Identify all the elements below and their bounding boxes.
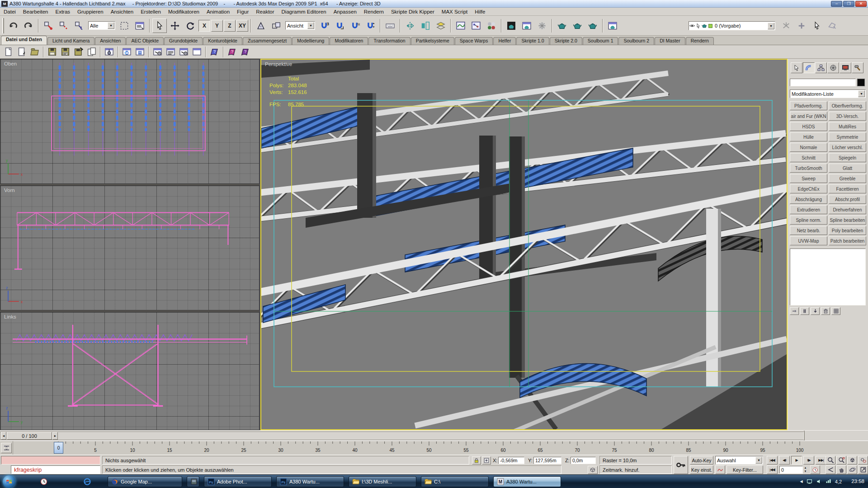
- material-editor-icon[interactable]: [484, 19, 499, 33]
- minimize-button[interactable]: –: [831, 1, 842, 7]
- menu-hilfe[interactable]: Hilfe: [471, 9, 489, 15]
- shelf-tab-di-master[interactable]: DI Master: [655, 37, 685, 45]
- prev-key-button[interactable]: ◀‖: [779, 456, 790, 465]
- tray-network-icon[interactable]: [826, 479, 831, 484]
- menu-skripte-dirk-kipper[interactable]: Skripte Dirk Kipper: [387, 9, 438, 15]
- menu-modifikatoren[interactable]: Modifikatoren: [165, 9, 203, 15]
- modifier-button-multires[interactable]: MultiRes: [829, 122, 866, 131]
- start-button[interactable]: [3, 475, 15, 488]
- pivot-center-icon[interactable]: [269, 19, 283, 33]
- taskbar-button-adobe-phot-[interactable]: PsAdobe Phot...: [204, 476, 272, 487]
- modifier-button-abschr-gung[interactable]: Abschrägung: [790, 195, 827, 204]
- selection-set-dropdown[interactable]: Auswahl ▼: [715, 456, 763, 465]
- current-frame-marker[interactable]: 0: [54, 442, 63, 454]
- menu-gruppieren[interactable]: Gruppieren: [74, 9, 107, 15]
- modifier-button-abschr-profil[interactable]: Abschr.profil: [829, 195, 866, 204]
- quick-render-icon[interactable]: [555, 19, 569, 33]
- modifier-button-greeble[interactable]: Greeble: [829, 174, 866, 183]
- reset-scene-icon[interactable]: [15, 46, 28, 58]
- modifier-stack-list[interactable]: [790, 249, 866, 305]
- modifier-button-normale[interactable]: Normale: [790, 143, 827, 152]
- shelf-tab-konturobjekte[interactable]: Konturobjekte: [203, 37, 242, 45]
- commandpanel-tab-display[interactable]: [840, 62, 851, 73]
- file-list-icon[interactable]: [165, 46, 177, 58]
- modifier-button-spline-norm-[interactable]: Spline norm.: [790, 216, 827, 225]
- radiosity-icon[interactable]: [535, 19, 549, 33]
- shelf-tab-modifikatoren[interactable]: Modifikatoren: [330, 37, 368, 45]
- quicklaunch-ie-icon[interactable]: [83, 478, 91, 486]
- modifier-button-spline-bearbeiten[interactable]: Spline bearbeiten: [829, 216, 866, 225]
- taskbar-clock[interactable]: 23:58: [851, 479, 864, 484]
- next-key-button[interactable]: ‖▶: [803, 456, 814, 465]
- select-object-icon[interactable]: [152, 19, 167, 33]
- menu-figur[interactable]: Figur: [233, 9, 252, 15]
- unlink-icon[interactable]: [57, 19, 71, 33]
- chevron-down-icon[interactable]: ▼: [307, 22, 314, 29]
- chevron-down-icon[interactable]: ▼: [768, 23, 774, 29]
- tray-volume-icon[interactable]: [816, 479, 822, 484]
- tray-chevron-icon[interactable]: ◀: [800, 479, 803, 483]
- modifier-button-h-lle[interactable]: Hülle: [790, 132, 827, 141]
- zoom-all-button[interactable]: [836, 456, 846, 465]
- viewport-front-label[interactable]: Vorn: [4, 188, 15, 193]
- play-button[interactable]: ▶: [791, 456, 802, 465]
- max-file-properties-icon[interactable]: M: [121, 46, 133, 58]
- commandpanel-tab-create[interactable]: [791, 62, 802, 73]
- viewport-perspective[interactable]: Perspektive Total Polys: 283.048 Verts: …: [260, 59, 788, 430]
- zoom-extents-button[interactable]: [847, 456, 857, 465]
- zoom-extents-all-button[interactable]: [858, 456, 868, 465]
- modifier-button-air-and-fur-wkn[interactable]: air and Fur (WKN: [790, 112, 827, 121]
- time-slider-track[interactable]: [0, 432, 804, 440]
- add-icon[interactable]: [794, 19, 809, 33]
- file-viewer-icon[interactable]: [134, 46, 146, 58]
- maxscript-mini-listener[interactable]: kfrageskrip: [11, 465, 100, 474]
- undo-icon[interactable]: [6, 19, 20, 33]
- modifier-button-turbosmooth[interactable]: TurboSmooth: [790, 164, 827, 173]
- z-constraint-button[interactable]: Z: [224, 20, 236, 32]
- modifier-button-netz-bearb-[interactable]: Netz bearb.: [790, 226, 827, 235]
- show-end-result-button[interactable]: [800, 307, 809, 315]
- menu-erstellen[interactable]: Erstellen: [137, 9, 165, 15]
- shelf-tab-rendern[interactable]: Rendern: [686, 37, 714, 45]
- zoom-button[interactable]: [826, 456, 835, 465]
- menu-animation[interactable]: Animation: [203, 9, 233, 15]
- modifier-button-uvw-map[interactable]: UVW-Map: [790, 236, 827, 245]
- modifier-button-3d-versch-[interactable]: 3D-Versch.: [829, 112, 866, 121]
- configure-modifier-sets-button[interactable]: [831, 307, 840, 315]
- time-tag[interactable]: Zeitmark. hinzuf.: [599, 465, 672, 474]
- viewport-top-label[interactable]: Oben: [4, 61, 17, 66]
- modifier-button-spiegeln[interactable]: Spiegeln: [829, 153, 866, 162]
- taskbar-button-a380-wartu-[interactable]: MA380 Wartu...: [493, 476, 561, 487]
- maximize-button[interactable]: ❐: [843, 1, 854, 7]
- menu-max-script[interactable]: MAX Script: [438, 9, 472, 15]
- setkey-mode-button[interactable]: Key einst.: [690, 465, 713, 474]
- selection-filter-dropdown[interactable]: Alle▼: [88, 21, 115, 30]
- shelf-tab-soulbourn-2[interactable]: Soulbourn 2: [618, 37, 654, 45]
- layer-manager-icon[interactable]: [434, 19, 448, 33]
- modifier-button-schnitt[interactable]: Schnitt: [790, 153, 827, 162]
- shelf-tab-modellierung[interactable]: Modellierung: [292, 37, 329, 45]
- commandpanel-tab-modify[interactable]: [803, 62, 815, 73]
- remove-modifier-button[interactable]: [821, 307, 830, 315]
- time-config-button[interactable]: [810, 465, 820, 474]
- modifier-button-poly-bearbeiten[interactable]: Poly bearbeiten: [829, 226, 866, 235]
- shelf-tab-helfer[interactable]: Helfer: [493, 37, 516, 45]
- taskbar-button-google-map-[interactable]: Google Map...: [108, 476, 182, 487]
- menu-datei[interactable]: Datei: [0, 9, 19, 15]
- maximize-viewport-button[interactable]: [858, 465, 868, 474]
- viewport-left[interactable]: Links y z: [0, 312, 259, 430]
- select-add-icon[interactable]: [810, 19, 824, 33]
- select-by-name-icon[interactable]: [132, 19, 147, 33]
- render-iterative-icon[interactable]: [585, 19, 600, 33]
- menu-extras[interactable]: Extras: [52, 9, 74, 15]
- schematic-view-icon[interactable]: [469, 19, 483, 33]
- mini-curve-editor-button[interactable]: [1, 443, 12, 453]
- modifier-button-l-cher-verschl-[interactable]: Löcher verschl.: [829, 143, 866, 152]
- menu-diagramm-editoren[interactable]: Diagramm Editoren: [278, 9, 330, 15]
- fov-button[interactable]: [826, 465, 835, 474]
- select-and-link-icon[interactable]: [41, 19, 56, 33]
- modifier-button-facettieren[interactable]: Facettieren: [829, 184, 866, 193]
- selection-lock-button[interactable]: [472, 456, 481, 465]
- menu-anpassen[interactable]: Anpassen: [330, 9, 360, 15]
- taskbar-button-a380-wartu-[interactable]: PsA380 Wartu...: [276, 476, 344, 487]
